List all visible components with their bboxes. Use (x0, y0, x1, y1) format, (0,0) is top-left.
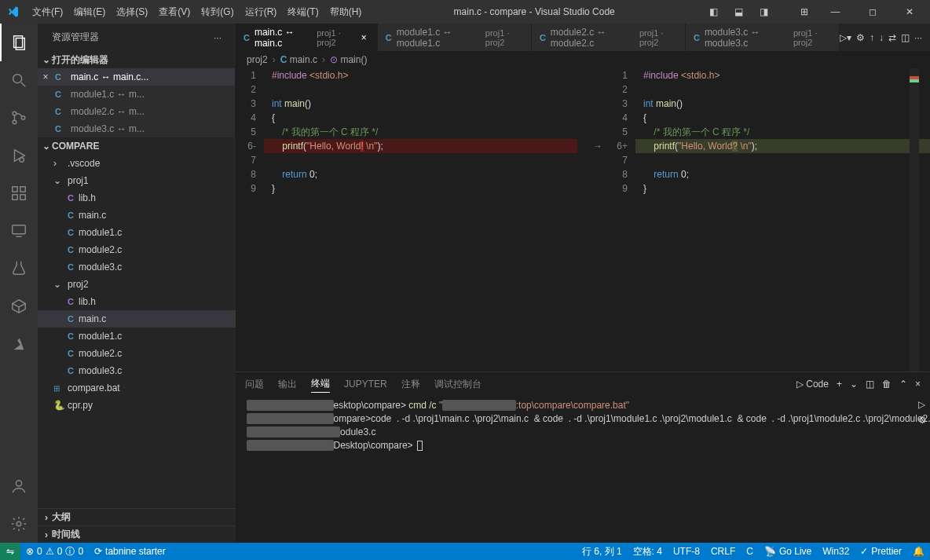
customize-layout-icon[interactable]: ⊞ (793, 0, 816, 24)
file-item[interactable]: Cmain.c (38, 310, 236, 328)
terminal-dropdown-icon[interactable]: ⌄ (850, 379, 858, 390)
window-minimize-icon[interactable]: — (818, 0, 853, 24)
file-item[interactable]: Cmodule1.c (38, 224, 236, 241)
file-item[interactable]: Clib.h (38, 189, 236, 207)
panel-tab[interactable]: 调试控制台 (434, 376, 481, 393)
source-control-icon[interactable] (0, 99, 38, 137)
status-prettier[interactable]: ✓Prettier (855, 543, 907, 560)
menu-item[interactable]: 查看(V) (153, 0, 196, 24)
diff-left-pane[interactable]: 123456-789 #include <stdio.h>int main(){… (236, 68, 577, 372)
settings-icon[interactable]: ⚙ (856, 32, 865, 43)
panel-maximize-icon[interactable]: ⌃ (899, 379, 907, 390)
open-editor-item[interactable]: ×Cmain.c ↔ main.c... (38, 68, 236, 86)
outline-section[interactable]: ›大纲 (38, 508, 236, 525)
panel-tab[interactable]: 问题 (245, 376, 264, 393)
remote-indicator[interactable]: ⇋ (0, 543, 20, 560)
editor-tab[interactable]: Cmodule1.c ↔ module1.c proj1 · proj2 (378, 24, 532, 51)
timeline-section[interactable]: ›时间线 (38, 525, 236, 543)
close-icon[interactable]: × (359, 32, 369, 43)
editor-tab[interactable]: Cmodule2.c ↔ module2.c proj1 · proj2 (532, 24, 686, 51)
panel-tab[interactable]: JUPYTER (344, 377, 387, 391)
folder-item[interactable]: ⌄proj2 (38, 276, 236, 293)
breadcrumb-item[interactable]: ⊙ main() (330, 54, 367, 65)
open-editor-item[interactable]: Cmodule3.c ↔ m... (38, 120, 236, 137)
split-terminal-icon[interactable]: ◫ (866, 379, 874, 390)
run-debug-icon[interactable] (0, 137, 38, 174)
extensions-icon[interactable] (0, 174, 38, 212)
search-icon[interactable] (0, 61, 38, 99)
panel-tab[interactable]: 输出 (278, 376, 297, 393)
terminal-settings-icon[interactable]: ⚙ (918, 415, 927, 426)
folder-item[interactable]: ⌄proj1 (38, 172, 236, 189)
panel-close-icon[interactable]: × (915, 379, 921, 390)
menu-item[interactable]: 终端(T) (282, 0, 324, 24)
split-icon[interactable]: ◫ (901, 32, 910, 43)
breadcrumb[interactable]: proj2›C main.c›⊙ main() (236, 51, 930, 68)
prev-diff-icon[interactable]: ↑ (870, 32, 874, 43)
package-icon[interactable] (0, 287, 38, 325)
terminal-profile[interactable]: ▷ Code (796, 379, 829, 390)
testing-icon[interactable] (0, 250, 38, 287)
panel-tab[interactable]: 终端 (311, 375, 330, 393)
status-platform[interactable]: Win32 (817, 543, 855, 560)
terminal[interactable]: ▷ ⚙ █████████████esktop\compare> cmd /c … (236, 396, 930, 543)
menu-item[interactable]: 运行(R) (240, 0, 283, 24)
window-maximize-icon[interactable]: ◻ (855, 0, 890, 24)
menu-item[interactable]: 选择(S) (111, 0, 153, 24)
accounts-icon[interactable] (0, 467, 38, 505)
file-item[interactable]: Cmain.c (38, 207, 236, 224)
diff-sash[interactable] (577, 68, 588, 372)
file-item[interactable]: Cmodule2.c (38, 345, 236, 362)
open-editor-item[interactable]: Cmodule2.c ↔ m... (38, 103, 236, 120)
layout-bottom-icon[interactable]: ⬓ (727, 0, 750, 24)
menu-item[interactable]: 编辑(E) (68, 0, 111, 24)
status-indent[interactable]: 空格: 4 (628, 543, 668, 560)
file-item[interactable]: Cmodule3.c (38, 362, 236, 379)
editor-tab[interactable]: Cmain.c ↔ main.c proj1 · proj2× (236, 24, 378, 51)
menu-item[interactable]: 转到(G) (196, 0, 239, 24)
file-item[interactable]: 🐍cpr.py (38, 397, 236, 414)
status-encoding[interactable]: UTF-8 (668, 543, 705, 560)
remote-explorer-icon[interactable] (0, 212, 38, 250)
apply-change-icon[interactable]: → (588, 139, 607, 153)
status-eol[interactable]: CRLF (705, 543, 741, 560)
explorer-icon[interactable] (0, 24, 38, 61)
run-icon[interactable]: ▷▾ (840, 32, 851, 43)
status-language[interactable]: C (741, 543, 759, 560)
breadcrumb-item[interactable]: C main.c (280, 54, 317, 65)
menu-item[interactable]: 帮助(H) (324, 0, 368, 24)
breadcrumb-item[interactable]: proj2 (247, 54, 268, 65)
new-terminal-icon[interactable]: + (837, 379, 842, 390)
folder-item[interactable]: ›.vscode (38, 155, 236, 172)
overview-ruler[interactable] (910, 68, 919, 372)
status-problems[interactable]: ⊗0⚠0ⓘ0 (20, 543, 89, 560)
swap-icon[interactable]: ⇄ (888, 32, 896, 43)
open-editors-section[interactable]: ⌄打开的编辑器 (38, 51, 236, 68)
file-item[interactable]: Clib.h (38, 293, 236, 310)
diff-right-pane[interactable]: → 123456+789 #include <stdio.h>int main(… (588, 68, 930, 372)
next-diff-icon[interactable]: ↓ (879, 32, 884, 43)
file-item[interactable]: ⊞compare.bat (38, 379, 236, 397)
file-item[interactable]: Cmodule3.c (38, 258, 236, 276)
layout-right-icon[interactable]: ◨ (752, 0, 775, 24)
status-notifications-icon[interactable]: 🔔 (907, 543, 930, 560)
window-close-icon[interactable]: ✕ (892, 0, 927, 24)
editor-tab[interactable]: Cmodule3.c ↔ module3.c proj1 · proj2 (686, 24, 840, 51)
status-golive[interactable]: 📡Go Live (759, 543, 817, 560)
open-editor-item[interactable]: Cmodule1.c ↔ m... (38, 86, 236, 103)
terminal-run-icon[interactable]: ▷ (918, 399, 927, 410)
more-actions-icon[interactable]: ··· (214, 32, 222, 43)
status-cursor-position[interactable]: 行 6, 列 1 (577, 543, 628, 560)
status-tabnine[interactable]: ⟳tabnine starter (89, 543, 171, 560)
kill-terminal-icon[interactable]: 🗑 (882, 379, 892, 390)
close-icon[interactable]: × (39, 71, 52, 82)
file-item[interactable]: Cmodule1.c (38, 328, 236, 345)
layout-left-icon[interactable]: ◧ (701, 0, 725, 24)
more-icon[interactable]: ··· (914, 32, 922, 43)
settings-gear-icon[interactable] (0, 505, 38, 543)
panel-tab[interactable]: 注释 (401, 376, 420, 393)
file-item[interactable]: Cmodule2.c (38, 241, 236, 258)
azure-icon[interactable] (0, 325, 38, 363)
menu-item[interactable]: 文件(F) (27, 0, 68, 24)
compare-root[interactable]: ⌄COMPARE (38, 137, 236, 155)
